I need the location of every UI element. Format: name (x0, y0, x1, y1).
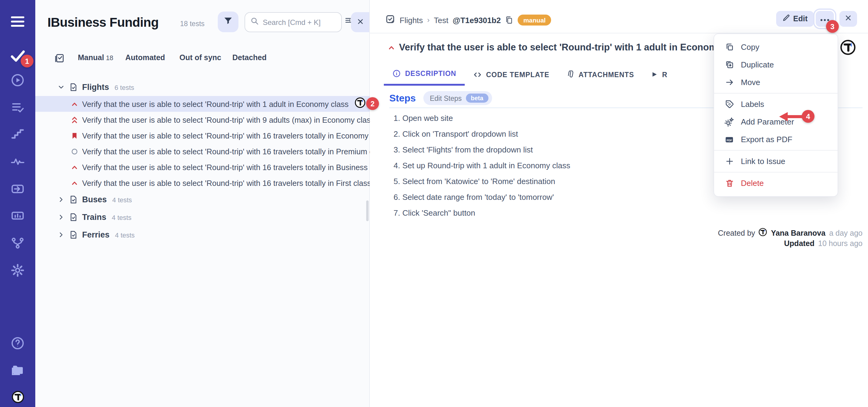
test-check-icon (385, 14, 395, 26)
runs-play-icon[interactable] (0, 72, 35, 88)
menu-item-duplicate[interactable]: Duplicate (714, 56, 838, 73)
test-row[interactable]: Verify that the user is able to select '… (35, 159, 370, 175)
priority-high-icon (70, 163, 79, 171)
created-by-label: Created by (718, 229, 755, 237)
tab-label: ATTACHMENTS (579, 71, 634, 78)
chevron-right-icon[interactable] (58, 214, 64, 221)
menu-item-export-as-pdf[interactable]: PDFExport as PDF (714, 131, 838, 148)
updated-line: Updated 10 hours ago (718, 238, 863, 248)
step-item: 4. Set up Round-trip with 1 adult in Eco… (394, 158, 570, 174)
chevron-down-icon[interactable] (58, 84, 64, 91)
step-item: 1. Open web site (394, 110, 570, 126)
edit-steps-button[interactable]: Edit Steps beta (423, 91, 492, 105)
folder-count: 4 tests (115, 231, 135, 238)
test-row[interactable]: Verify that the user is able to select '… (35, 143, 370, 159)
tab-label: CODE TEMPLATE (486, 71, 549, 78)
test-row[interactable]: Verify that the user is able to select '… (35, 128, 370, 143)
folder-name: Flights (82, 82, 109, 92)
close-panel-button[interactable] (351, 12, 369, 32)
suite-doc-icon (69, 213, 78, 222)
menu-divider (714, 150, 838, 151)
updated-label: Updated (784, 239, 814, 247)
breadcrumb-separator: › (427, 16, 430, 24)
plans-list-icon[interactable] (0, 100, 35, 115)
pencil-icon (782, 14, 790, 24)
tab-code-template[interactable]: CODE TEMPLATE (465, 64, 558, 86)
folder-count: 4 tests (112, 213, 132, 221)
pulse-icon[interactable] (0, 154, 35, 169)
bulk-select-icon[interactable] (54, 53, 64, 66)
filter-button[interactable] (218, 11, 239, 32)
user-avatar-logo[interactable] (0, 389, 35, 405)
test-row[interactable]: Verify that the user is able to select '… (35, 175, 370, 191)
pdf-icon: PDF (724, 135, 734, 144)
test-row[interactable]: Verify that the user is able to select '… (35, 112, 370, 128)
test-row-title: Verify that the user is able to select '… (82, 99, 348, 108)
folder-count: 4 tests (112, 196, 132, 203)
menu-item-label: Copy (741, 42, 760, 52)
settings-gear-icon[interactable] (0, 263, 35, 278)
menu-item-link-to-issue[interactable]: Link to Issue (714, 152, 838, 170)
context-menu: CopyDuplicateMoveLabelsAdd ParameterPDFE… (713, 33, 838, 197)
assignee-avatar (354, 97, 366, 110)
menu-item-label: Move (741, 78, 760, 87)
tab-detached[interactable]: Detached (232, 54, 267, 62)
edit-button[interactable]: Edit (776, 11, 813, 27)
menu-item-delete[interactable]: Delete (714, 174, 838, 192)
tree-folder-ferries[interactable]: Ferries 4 tests (35, 226, 370, 244)
test-row-title: Verify that the user is able to select '… (82, 163, 370, 172)
priority-high-icon (70, 179, 79, 187)
search-input[interactable] (263, 18, 335, 26)
copy-id-icon[interactable] (505, 16, 514, 24)
library-icon[interactable] (0, 362, 35, 378)
tree-folder-trains[interactable]: Trains 4 tests (35, 208, 370, 226)
menu-item-label: Export as PDF (741, 135, 792, 144)
scrollbar-thumb[interactable] (366, 200, 369, 221)
search-icon (250, 16, 259, 28)
branch-icon[interactable] (0, 235, 35, 251)
analytics-icon[interactable] (0, 208, 35, 224)
step-item: 2. Click on 'Transport' dropdown list (394, 126, 570, 142)
priority-bookmark-icon (70, 132, 79, 139)
tests-panel: IBusiness Funding 18 tests Manual18Autom… (35, 0, 370, 407)
close-icon (844, 13, 852, 24)
annotation-arrow-icon (779, 110, 805, 123)
menu-item-move[interactable]: Move (714, 73, 838, 91)
hamburger-icon (11, 16, 24, 26)
gears-icon (724, 117, 734, 127)
test-row-title: Verify that the user is able to select '… (82, 115, 370, 124)
code-icon (473, 70, 482, 79)
breadcrumb-folder[interactable]: Flights (400, 15, 423, 25)
import-icon[interactable] (0, 181, 35, 197)
breadcrumb: Flights › Test @T1e9301b2 manual (385, 14, 551, 26)
detail-tabs: DESCRIPTIONCODE TEMPLATEATTACHMENTSR (384, 64, 676, 86)
stage: IBusiness Funding 18 tests Manual18Autom… (0, 0, 868, 407)
svg-text:PDF: PDF (726, 138, 732, 141)
tab-r[interactable]: R (643, 64, 676, 86)
chevron-right-icon[interactable] (58, 232, 64, 238)
tab-description[interactable]: DESCRIPTION (384, 64, 465, 86)
chevron-right-icon[interactable] (58, 196, 64, 203)
suite-doc-icon (69, 195, 78, 204)
tab-automated[interactable]: Automated (125, 54, 165, 62)
hamburger-icon[interactable] (0, 13, 35, 29)
test-row[interactable]: Verify that the user is able to select '… (35, 96, 370, 112)
annotation-badge-1: 1 (21, 55, 33, 67)
tab-attachments[interactable]: ATTACHMENTS (558, 64, 643, 86)
search-box[interactable] (245, 12, 342, 32)
menu-item-labels[interactable]: Labels (714, 95, 838, 113)
menu-item-add-parameter[interactable]: Add Parameter (714, 113, 838, 131)
steps-stairs-icon[interactable] (0, 126, 35, 142)
status-badge: manual (518, 14, 551, 26)
tab-manual[interactable]: Manual18 (78, 54, 114, 62)
close-detail-button[interactable] (839, 11, 857, 27)
funnel-icon (223, 16, 233, 28)
menu-item-copy[interactable]: Copy (714, 38, 838, 56)
tree-folder-buses[interactable]: Buses 4 tests (35, 191, 370, 208)
tree-folder-flights[interactable]: Flights 6 tests (35, 78, 370, 96)
steps-heading: Steps (389, 93, 416, 104)
help-icon[interactable] (0, 335, 35, 351)
close-icon (356, 17, 364, 27)
priority-highest-icon (70, 116, 79, 124)
tab-out-of-sync[interactable]: Out of sync (180, 54, 221, 62)
